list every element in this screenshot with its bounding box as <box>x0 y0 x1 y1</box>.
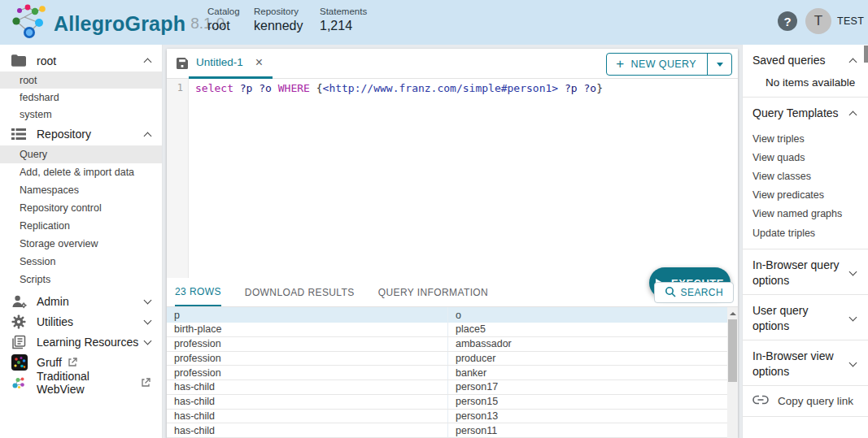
column-header-p: p <box>167 307 447 323</box>
catalog-section-label: root <box>37 54 56 67</box>
repository-label: Repository <box>254 7 303 16</box>
statements-label: Statements <box>320 7 367 16</box>
tab-untitled-1[interactable]: Untitled-1 × <box>189 49 273 79</box>
chevron-up-icon <box>849 59 857 67</box>
page-scrollbar-thumb[interactable] <box>864 46 868 63</box>
template-view-triples[interactable]: View triples <box>743 129 868 148</box>
sidebar-item-namespaces[interactable]: Namespaces <box>0 181 162 199</box>
dropdown-arrow-icon <box>717 63 723 67</box>
section-saved-queries[interactable]: Saved queries <box>743 45 868 74</box>
scrollbar-up-arrow[interactable] <box>727 307 738 319</box>
table-row[interactable]: profession ambassador <box>167 337 728 352</box>
sidebar-section-repository[interactable]: Repository <box>0 123 162 145</box>
table-row[interactable]: profession banker <box>167 366 728 380</box>
copy-query-link-button[interactable]: Copy query link <box>743 386 868 416</box>
user-query-options-title: User query options <box>752 303 844 334</box>
query-code-input[interactable]: select ?p ?o WHERE {<http://www.franz.co… <box>189 79 738 278</box>
section-in-browser-query-options[interactable]: In-Browser query options <box>743 249 868 294</box>
tab-rows[interactable]: 23 ROWS <box>175 278 221 306</box>
close-icon[interactable]: × <box>255 56 263 69</box>
template-view-named-graphs[interactable]: View named graphs <box>743 205 868 223</box>
sidebar-item-storage-overview[interactable]: Storage overview <box>0 235 162 253</box>
admin-person-gear-icon <box>11 294 28 309</box>
triangle-up-icon <box>730 312 736 315</box>
save-icon[interactable] <box>176 57 189 70</box>
table-row[interactable]: birth-place place5 <box>167 323 728 337</box>
help-icon[interactable]: ? <box>778 11 797 31</box>
table-row[interactable]: has-child person15 <box>167 395 728 410</box>
template-view-quads[interactable]: View quads <box>743 148 868 167</box>
main-area: Untitled-1 × + NEW QUERY 1 select ?p ?o … <box>163 45 742 438</box>
app-logo[interactable]: AllegroGraph 8.1.0 <box>8 3 225 44</box>
chevron-down-icon <box>144 336 152 345</box>
right-sidebar: Saved queries No items available Query T… <box>742 45 868 438</box>
avatar: T <box>805 8 831 34</box>
account-menu[interactable]: T TEST <box>805 8 864 34</box>
table-scrollbar[interactable] <box>727 307 738 438</box>
search-icon <box>665 286 676 300</box>
app-name: AllegroGraph <box>54 12 185 36</box>
sidebar-section-admin[interactable]: Admin <box>0 291 162 311</box>
sidebar-section-utilities[interactable]: Utilities <box>0 311 162 332</box>
repository-value: kennedy <box>254 19 303 33</box>
sidebar-section-catalog-root[interactable]: root <box>0 50 162 72</box>
tab-query-information[interactable]: QUERY INFORMATION <box>378 278 488 306</box>
section-in-browser-view-options[interactable]: In-Browser view options <box>743 340 868 385</box>
catalog-value: root <box>207 19 240 33</box>
chevron-down-icon <box>849 314 857 322</box>
search-button[interactable]: SEARCH <box>654 282 734 303</box>
sidebar-item-query[interactable]: Query <box>0 145 162 163</box>
results-tab-bar: 23 ROWS DOWNLOAD RESULTS QUERY INFORMATI… <box>167 278 738 307</box>
query-templates-list: View triples View quads View classes Vie… <box>743 127 868 249</box>
in-browser-query-options-title: In-Browser query options <box>752 258 844 288</box>
sidebar-item-root[interactable]: root <box>0 72 162 89</box>
chevron-down-icon <box>849 359 857 367</box>
gruff-label: Gruff <box>37 356 62 369</box>
query-workspace-card: Untitled-1 × + NEW QUERY 1 select ?p ?o … <box>167 49 738 438</box>
cell-o: person11 <box>447 423 728 437</box>
tab-title: Untitled-1 <box>196 56 243 68</box>
table-row[interactable]: has-child person11 <box>167 423 728 438</box>
molecule-icon <box>11 375 28 390</box>
sidebar-item-replication[interactable]: Replication <box>0 217 162 235</box>
admin-label: Admin <box>37 295 69 308</box>
table-row[interactable]: profession producer <box>167 352 728 366</box>
catalog-info: Catalog root <box>207 7 240 33</box>
cell-p: birth-place <box>167 323 447 336</box>
search-label: SEARCH <box>681 287 723 298</box>
template-view-classes[interactable]: View classes <box>743 167 868 185</box>
table-header-row: p o <box>167 307 728 323</box>
sidebar-section-learning-resources[interactable]: Learning Resources <box>0 332 162 352</box>
sidebar-item-system[interactable]: system <box>0 106 162 123</box>
section-query-templates[interactable]: Query Templates <box>743 98 868 127</box>
sidebar-item-scripts[interactable]: Scripts <box>0 271 162 288</box>
chevron-up-icon <box>144 132 152 140</box>
sidebar-item-repository-control[interactable]: Repository control <box>0 199 162 217</box>
in-browser-view-options-title: In-Browser view options <box>752 349 844 379</box>
section-user-query-options[interactable]: User query options <box>743 295 868 340</box>
repository-section-label: Repository <box>37 128 91 141</box>
sparql-uri: <http://www.franz.com/simple#person1> <box>323 82 559 94</box>
sidebar-item-session[interactable]: Session <box>0 253 162 271</box>
sidebar-item-add-delete-import[interactable]: Add, delete & import data <box>0 163 162 181</box>
new-query-button[interactable]: + NEW QUERY <box>607 54 708 75</box>
catalog-label: Catalog <box>207 7 240 16</box>
new-query-dropdown-button[interactable] <box>708 54 731 75</box>
scrollbar-thumb[interactable] <box>728 319 737 382</box>
table-row[interactable]: has-child person13 <box>167 410 728 424</box>
column-header-o: o <box>447 307 728 323</box>
sidebar-item-traditional-webview[interactable]: Traditional WebView <box>0 372 162 392</box>
book-icon <box>11 335 28 349</box>
template-view-predicates[interactable]: View predicates <box>743 186 868 205</box>
saved-queries-empty-text: No items available <box>743 74 868 97</box>
sparql-variables: ?p ?o <box>240 82 278 94</box>
cell-p: profession <box>167 352 447 366</box>
external-link-icon <box>68 358 77 367</box>
sidebar-item-fedshard[interactable]: fedshard <box>0 89 162 106</box>
table-row[interactable]: has-child person17 <box>167 380 728 395</box>
template-update-triples[interactable]: Update triples <box>743 223 868 242</box>
new-query-label: NEW QUERY <box>631 59 696 70</box>
tab-download-results[interactable]: DOWNLOAD RESULTS <box>245 278 355 306</box>
line-number: 1 <box>177 82 183 93</box>
new-query-split-button: + NEW QUERY <box>606 53 732 76</box>
